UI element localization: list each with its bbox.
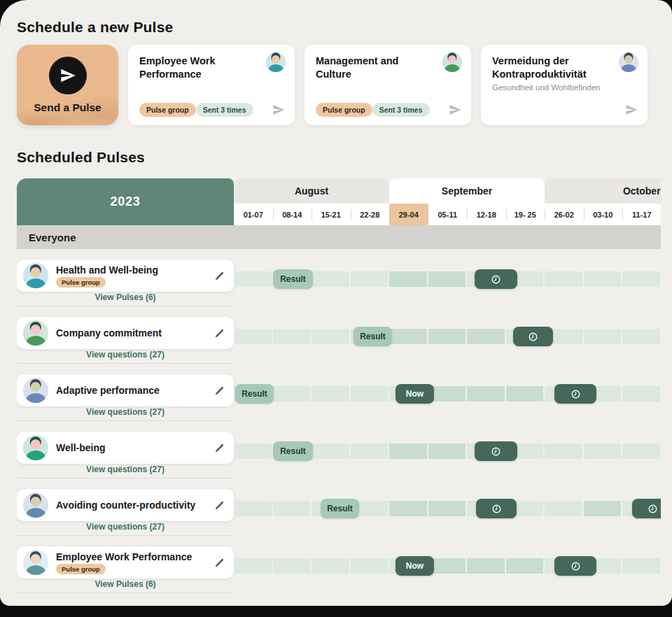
edit-pencil-icon[interactable] xyxy=(211,325,227,341)
row-main: Health and Well-being Pulse group xyxy=(56,264,158,288)
pulse-template-card[interactable]: Vermeidung der Kontraproduktivität Gesun… xyxy=(481,45,648,125)
bar-week-segment xyxy=(389,444,427,459)
scheduled-pulse-chip[interactable] xyxy=(475,269,517,289)
bottom-window-edge xyxy=(0,606,672,617)
scheduled-pulse-chip[interactable] xyxy=(476,499,517,518)
bar-week-segment xyxy=(234,558,272,574)
edit-pencil-icon[interactable] xyxy=(211,268,227,283)
avatar xyxy=(619,52,638,72)
row-main: Well-being xyxy=(56,442,106,453)
pulse-card-footer: Pulse groupSent 3 times xyxy=(316,103,462,117)
send-arrow-icon[interactable] xyxy=(624,103,638,117)
result-chip[interactable]: Result xyxy=(321,499,359,518)
edit-pencil-icon[interactable] xyxy=(211,440,227,455)
week-cell: 15-21 xyxy=(312,204,351,225)
row-main: Company commitment xyxy=(56,327,162,339)
group-label: Everyone xyxy=(29,232,76,243)
scheduled-pulse-chip[interactable] xyxy=(554,556,596,576)
week-cell: 19- 25 xyxy=(506,204,545,225)
view-link[interactable]: View questions (27) xyxy=(17,464,234,474)
pulse-card-title: Vermeidung der Kontraproduktivität xyxy=(492,55,636,81)
week-cell: 01-07 xyxy=(234,204,273,225)
avatar xyxy=(23,320,48,346)
week-cell: 22-28 xyxy=(351,204,390,225)
pulse-row-card[interactable]: Avoiding counter-productivity xyxy=(17,489,234,521)
month-header: October xyxy=(545,178,661,204)
month-header: August xyxy=(234,178,389,204)
pulse-card-title: Management and Culture xyxy=(316,55,460,81)
pulse-row-card[interactable]: Health and Well-being Pulse group xyxy=(17,260,234,292)
schedule-row: Company commitment View questions (27) R… xyxy=(17,306,661,364)
result-chip[interactable]: Result xyxy=(273,441,313,461)
timeline-bar: Result xyxy=(234,444,661,459)
edit-pencil-icon[interactable] xyxy=(211,383,227,398)
edit-pencil-icon[interactable] xyxy=(211,555,227,570)
result-chip[interactable]: Result xyxy=(273,269,313,289)
send-arrow-icon[interactable] xyxy=(448,103,462,117)
pulse-card-badge: Pulse group xyxy=(316,103,372,117)
scheduled-pulse-chip[interactable] xyxy=(475,441,517,461)
avatar xyxy=(23,550,48,575)
app-screen: Schedule a new Pulse Send a Pulse Employ… xyxy=(0,0,672,606)
row-main: Adaptive performance xyxy=(56,385,160,396)
bar-week-segment xyxy=(351,444,388,459)
send-a-pulse-button[interactable]: Send a Pulse xyxy=(17,45,118,125)
pulse-card-badge: Sent 3 times xyxy=(372,103,430,117)
bar-week-segment xyxy=(273,329,311,344)
clock-icon xyxy=(570,389,581,399)
pulse-row-card[interactable]: Company commitment xyxy=(17,317,234,349)
pulse-row-card[interactable]: Adaptive performance xyxy=(17,374,234,406)
pulse-card-title: Employee Work Performance xyxy=(139,55,284,81)
week-cell: 05-11 xyxy=(428,204,468,225)
bar-week-segment xyxy=(545,444,582,459)
clock-icon xyxy=(491,504,502,514)
bar-week-segment xyxy=(428,329,466,344)
edit-pencil-icon[interactable] xyxy=(211,497,227,513)
bar-week-segment xyxy=(584,329,622,344)
result-chip[interactable]: Result xyxy=(354,327,392,346)
pulse-row-card[interactable]: Well-being xyxy=(17,432,234,464)
row-separator xyxy=(17,593,234,593)
view-link[interactable]: View Pulses (6) xyxy=(17,579,234,589)
schedule-new-pulse-title: Schedule a new Pulse xyxy=(17,19,173,36)
view-link[interactable]: View Pulses (6) xyxy=(17,292,234,302)
timeline-bar: Now xyxy=(234,558,661,574)
month-header: September xyxy=(389,178,545,204)
bar-week-segment xyxy=(428,444,466,459)
now-chip[interactable]: Now xyxy=(396,556,434,576)
scheduled-pulse-chip[interactable] xyxy=(513,327,553,346)
bar-week-segment xyxy=(273,501,311,516)
pulse-card-subtitle: Gesundheit und Wohlbefinden xyxy=(492,83,636,92)
bar-week-segment xyxy=(622,271,660,287)
send-arrow-icon[interactable] xyxy=(272,103,286,117)
scheduled-pulse-chip[interactable] xyxy=(632,499,661,518)
now-chip[interactable]: Now xyxy=(396,384,434,404)
bar-week-segment xyxy=(234,501,272,516)
bar-week-segment xyxy=(428,271,466,287)
bar-week-segment xyxy=(622,558,660,574)
bar-week-segment xyxy=(273,558,311,574)
week-cell-current: 29-04 xyxy=(389,204,428,225)
view-link[interactable]: View questions (27) xyxy=(17,522,234,532)
bar-week-segment xyxy=(545,271,582,287)
view-link[interactable]: View questions (27) xyxy=(17,350,234,360)
view-link[interactable]: View questions (27) xyxy=(17,407,234,417)
bar-week-segment xyxy=(467,386,505,402)
bar-week-segment xyxy=(351,271,388,287)
pulse-template-card[interactable]: Employee Work Performance Pulse groupSen… xyxy=(128,45,295,125)
pulse-row-card[interactable]: Employee Work Performance Pulse group xyxy=(17,546,234,579)
schedule-row: Adaptive performance View questions (27)… xyxy=(17,364,661,421)
timeline-bar: ResultNow xyxy=(234,386,661,402)
pulse-card-badges: Pulse groupSent 3 times xyxy=(316,103,430,117)
result-chip[interactable]: Result xyxy=(235,384,274,404)
scheduled-pulses-title: Scheduled Pulses xyxy=(17,149,145,166)
bar-week-segment xyxy=(467,329,505,344)
scheduled-pulse-chip[interactable] xyxy=(554,384,596,404)
pulse-card-footer: Pulse groupSent 3 times xyxy=(139,103,286,117)
clock-icon xyxy=(491,274,501,285)
row-title: Adaptive performance xyxy=(56,385,160,396)
bar-week-segment xyxy=(622,386,660,402)
pulse-template-card[interactable]: Management and Culture Pulse groupSent 3… xyxy=(304,45,471,125)
timeline-rows: Health and Well-being Pulse group View P… xyxy=(17,249,661,593)
bar-week-segment xyxy=(351,558,388,574)
